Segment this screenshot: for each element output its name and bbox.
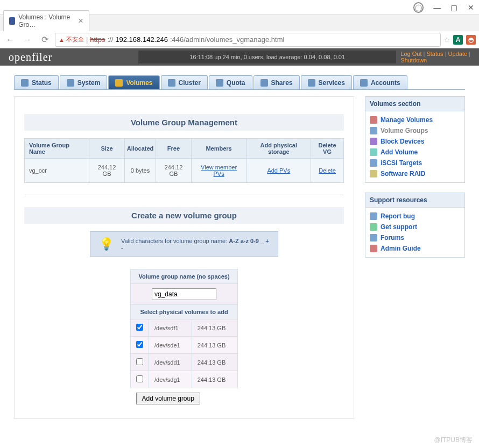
services-tab-icon [308, 79, 315, 87]
extension-o-icon[interactable]: ◓ [466, 35, 476, 45]
sidebar-item-bug[interactable]: Report bug [368, 211, 462, 222]
tab-quota[interactable]: Quota [209, 75, 252, 89]
block-icon [370, 138, 377, 145]
insecure-icon: ▲ 不安全 [59, 35, 84, 44]
tab-title: Volumes : Volume Gro… [18, 13, 75, 29]
support-section-box: Support resources Report bugGet supportF… [365, 193, 465, 258]
volumes-section-title: Volumes section [365, 97, 464, 111]
shares-tab-icon [260, 79, 268, 87]
vg-table: Volume Group NameSizeAllocatedFreeMember… [24, 138, 344, 183]
main-panel: Volume Group Management Volume Group Nam… [14, 96, 354, 419]
pv-row: /dev/sde1244.13 GB [131, 337, 238, 354]
support-section-title: Support resources [365, 193, 464, 208]
minimize-button[interactable]: — [433, 4, 441, 11]
manage-icon [370, 116, 377, 124]
url-path: :446/admin/volumes_vgmanage.html [170, 35, 284, 44]
uptime-text: 16:11:08 up 24 min, 0 users, load averag… [138, 51, 396, 63]
tab-accounts[interactable]: Accounts [353, 75, 407, 89]
pv-checkbox[interactable] [136, 341, 143, 348]
volumes-tab-icon [115, 79, 123, 87]
tab-close-icon[interactable]: ✕ [78, 17, 83, 25]
tab-volumes[interactable]: Volumes [108, 75, 159, 89]
vg-name-label: Volume group name (no spaces) [131, 269, 238, 284]
guide-icon [370, 245, 377, 252]
hint-box: 💡 Valid characters for volume group name… [90, 231, 278, 257]
maximize-button[interactable]: ▢ [450, 4, 457, 11]
view-members-link[interactable]: View member PVs [201, 164, 237, 177]
sidebar-item-block[interactable]: Block Devices [368, 136, 462, 147]
bookmark-icon[interactable]: ☆ [444, 36, 450, 44]
header-links: Log Out | Status | Update | Shutdown [396, 51, 470, 63]
forums-icon [370, 234, 377, 241]
pv-checkbox[interactable] [136, 375, 143, 382]
pv-row: /dev/sdg1244.13 GB [131, 371, 238, 388]
watermark: @ITPUB博客 [434, 436, 473, 445]
pv-checkbox[interactable] [136, 324, 143, 331]
status-tab-icon [21, 79, 29, 87]
pv-select-label: Select physical volumes to add [131, 305, 238, 319]
back-button[interactable]: ← [3, 33, 17, 47]
reload-button[interactable]: ⟳ [38, 33, 52, 47]
create-form: Volume group name (no spaces) Select phy… [130, 269, 238, 409]
sidebar-item-forums[interactable]: Forums [368, 232, 462, 243]
add-vg-button[interactable]: Add volume group [136, 393, 200, 404]
create-heading: Create a new volume group [24, 207, 344, 224]
browser-toolbar: ← → ⟳ ▲ 不安全 | https://192.168.142.246:44… [0, 31, 479, 48]
extension-a-icon[interactable]: A [453, 35, 463, 45]
favicon-icon [9, 17, 15, 25]
system-tab-icon [67, 79, 74, 87]
accounts-tab-icon [360, 79, 368, 87]
sidebar-item-vg[interactable]: Volume Groups [368, 125, 462, 136]
profile-icon: ◯ [413, 2, 424, 13]
sidebar-item-guide[interactable]: Admin Guide [368, 243, 462, 254]
sidebar-item-iscsi[interactable]: iSCSI Targets [368, 158, 462, 168]
pv-row: /dev/sdf1244.13 GB [131, 319, 238, 337]
app-header: openfiler 16:11:08 up 24 min, 0 users, l… [0, 48, 479, 66]
tab-services[interactable]: Services [301, 75, 352, 89]
browser-tab[interactable]: Volumes : Volume Gro… ✕ [3, 10, 89, 31]
tab-cluster[interactable]: Cluster [161, 75, 208, 89]
browser-tabstrip: Volumes : Volume Gro… ✕ [0, 15, 479, 31]
pv-row: /dev/sdd1244.13 GB [131, 354, 238, 371]
status-link[interactable]: Status [426, 51, 443, 57]
tab-status[interactable]: Status [14, 75, 59, 89]
close-button[interactable]: ✕ [468, 4, 475, 11]
pv-checkbox[interactable] [136, 358, 143, 365]
sidebar-item-raid[interactable]: Software RAID [368, 168, 462, 179]
vgm-heading: Volume Group Management [24, 114, 344, 131]
forward-button[interactable]: → [20, 33, 34, 47]
logo: openfiler [9, 51, 52, 63]
add-pvs-link[interactable]: Add PVs [267, 167, 290, 174]
lightbulb-icon: 💡 [99, 237, 114, 251]
vg-name-input[interactable] [152, 288, 216, 300]
update-link[interactable]: Update [448, 51, 467, 57]
sidebar-item-add[interactable]: Add Volume [368, 147, 462, 158]
cluster-tab-icon [168, 79, 175, 87]
shutdown-link[interactable]: Shutdown [400, 57, 427, 63]
add-icon [370, 148, 377, 156]
main-nav: StatusSystemVolumesClusterQuotaSharesSer… [14, 75, 465, 90]
iscsi-icon [370, 159, 377, 167]
logout-link[interactable]: Log Out [400, 51, 421, 57]
tab-system[interactable]: System [60, 75, 108, 89]
tab-shares[interactable]: Shares [253, 75, 300, 89]
sidebar-item-manage[interactable]: Manage Volumes [368, 115, 462, 125]
url-host: 192.168.142.246 [115, 35, 168, 44]
quota-tab-icon [216, 79, 223, 87]
url-scheme: https [90, 35, 105, 44]
address-bar[interactable]: ▲ 不安全 | https://192.168.142.246:446/admi… [55, 33, 441, 47]
volumes-section-box: Volumes section Manage VolumesVolume Gro… [365, 96, 465, 183]
raid-icon [370, 170, 377, 177]
delete-vg-link[interactable]: Delete [319, 167, 336, 174]
sup-icon [370, 223, 377, 231]
vg-icon [370, 127, 377, 134]
table-row: vg_ocr244.12 GB0 bytes244.12 GBView memb… [25, 159, 344, 183]
sidebar-item-sup[interactable]: Get support [368, 222, 462, 232]
bug-icon [370, 212, 377, 220]
